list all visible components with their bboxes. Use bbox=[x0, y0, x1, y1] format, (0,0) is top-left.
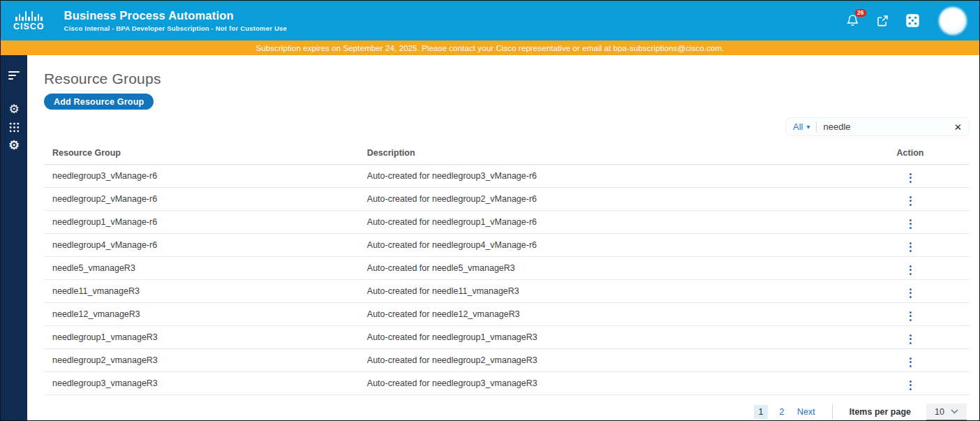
table-header-row: Resource Group Description Action bbox=[44, 142, 970, 165]
action-cell bbox=[851, 165, 970, 188]
row-actions-kebab-icon[interactable] bbox=[905, 286, 916, 300]
description-cell: Auto-created for needlegroup2_vManage-r6 bbox=[359, 188, 851, 211]
row-actions-kebab-icon[interactable] bbox=[905, 217, 916, 231]
table-row: needlegroup1_vManage-r6Auto-created for … bbox=[44, 211, 970, 234]
side-navigation: ⚙ ⚙ bbox=[1, 55, 27, 420]
description-cell: Auto-created for needle11_vmanageR3 bbox=[359, 280, 851, 303]
search-input[interactable] bbox=[823, 121, 949, 132]
table-row: needle11_vmanageR3Auto-created for needl… bbox=[44, 280, 970, 303]
action-cell bbox=[851, 349, 970, 372]
page-button-1[interactable]: 1 bbox=[754, 405, 768, 419]
grid-dots-icon bbox=[8, 121, 20, 133]
table-row: needle12_vmanageR3Auto-created for needl… bbox=[44, 303, 970, 326]
search-scope-value: All bbox=[793, 121, 803, 132]
items-per-page-select[interactable]: 10 bbox=[926, 404, 967, 420]
description-cell: Auto-created for needlegroup3_vManage-r6 bbox=[359, 165, 851, 188]
bpa-app-window: CISCO Business Process Automation Cisco … bbox=[0, 0, 980, 421]
action-cell bbox=[851, 326, 970, 349]
next-page-button[interactable]: Next bbox=[797, 407, 815, 417]
hamburger-menu-icon bbox=[8, 71, 20, 80]
table-row: needle5_vmanageR3Auto-created for needle… bbox=[44, 257, 970, 280]
table-row: needlegroup2_vmanageR3Auto-created for n… bbox=[44, 349, 970, 372]
action-cell bbox=[851, 257, 970, 280]
resource-group-name-cell: needlegroup4_vManage-r6 bbox=[44, 234, 359, 257]
row-actions-kebab-icon[interactable] bbox=[905, 263, 916, 277]
subscription-banner: Subscription expires on September 24, 20… bbox=[1, 40, 979, 55]
apps-launcher-button[interactable] bbox=[905, 13, 920, 29]
resource-group-name-cell: needle5_vmanageR3 bbox=[44, 257, 359, 280]
table-row: needlegroup4_vManage-r6Auto-created for … bbox=[44, 234, 970, 257]
row-actions-kebab-icon[interactable] bbox=[905, 332, 916, 346]
items-per-page-label: Items per page bbox=[849, 407, 911, 417]
app-title: Business Process Automation bbox=[64, 9, 287, 22]
external-link-icon bbox=[876, 14, 889, 27]
row-actions-kebab-icon[interactable] bbox=[905, 355, 916, 369]
row-actions-kebab-icon[interactable] bbox=[905, 171, 916, 185]
action-cell bbox=[851, 303, 970, 326]
description-cell: Auto-created for needlegroup3_vmanageR3 bbox=[359, 372, 851, 395]
pagination: 1 2 Next Items per page 10 bbox=[44, 404, 970, 420]
action-cell bbox=[851, 211, 970, 234]
search-scope-dropdown[interactable]: All ▾ bbox=[793, 121, 810, 132]
resource-group-name-cell: needlegroup2_vmanageR3 bbox=[44, 349, 359, 372]
description-cell: Auto-created for needlegroup2_vmanageR3 bbox=[359, 349, 851, 372]
row-actions-kebab-icon[interactable] bbox=[905, 309, 916, 323]
sidebar-item-apps[interactable] bbox=[1, 118, 27, 136]
row-actions-kebab-icon[interactable] bbox=[905, 378, 916, 392]
clear-search-icon[interactable]: ✕ bbox=[950, 121, 962, 133]
app-grid-icon bbox=[905, 13, 920, 28]
sidebar-item-automation[interactable]: ⚙ bbox=[1, 136, 27, 154]
description-cell: Auto-created for needlegroup1_vManage-r6 bbox=[359, 211, 851, 234]
description-cell: Auto-created for needle12_vmanageR3 bbox=[359, 303, 851, 326]
action-cell bbox=[851, 234, 970, 257]
description-cell: Auto-created for needle5_vmanageR3 bbox=[359, 257, 851, 280]
table-body: needlegroup3_vManage-r6Auto-created for … bbox=[44, 165, 970, 395]
subscription-banner-text: Subscription expires on September 24, 20… bbox=[255, 44, 724, 52]
table-row: needlegroup3_vManage-r6Auto-created for … bbox=[44, 165, 970, 188]
table-search-box: All ▾ ✕ bbox=[785, 117, 970, 136]
cisco-logo-bars-icon bbox=[15, 10, 43, 21]
description-cell: Auto-created for needlegroup4_vManage-r6 bbox=[359, 234, 851, 257]
items-per-page-value: 10 bbox=[935, 407, 944, 417]
action-cell bbox=[851, 280, 970, 303]
pagination-divider bbox=[832, 404, 833, 420]
add-resource-group-button[interactable]: Add Resource Group bbox=[44, 94, 154, 110]
app-header: CISCO Business Process Automation Cisco … bbox=[1, 1, 979, 40]
search-divider bbox=[816, 121, 817, 132]
nav-menu-toggle[interactable] bbox=[1, 66, 27, 84]
table-row: needlegroup3_vmanageR3Auto-created for n… bbox=[44, 372, 970, 395]
main-content: Resource Groups Add Resource Group All ▾… bbox=[27, 55, 979, 420]
notifications-button[interactable]: 26 bbox=[845, 13, 860, 29]
column-header-action: Action bbox=[851, 142, 970, 165]
column-header-description[interactable]: Description bbox=[359, 142, 851, 165]
page-button-2[interactable]: 2 bbox=[775, 405, 789, 419]
resource-group-name-cell: needle12_vmanageR3 bbox=[44, 303, 359, 326]
open-external-button[interactable] bbox=[875, 13, 890, 29]
row-actions-kebab-icon[interactable] bbox=[905, 194, 916, 208]
user-avatar[interactable] bbox=[939, 7, 967, 35]
chevron-down-icon bbox=[951, 409, 958, 414]
resource-group-name-cell: needlegroup3_vManage-r6 bbox=[44, 165, 359, 188]
app-subtitle: Cisco Internal - BPA Developer Subscript… bbox=[64, 24, 287, 32]
cisco-logo[interactable]: CISCO bbox=[13, 10, 45, 31]
table-row: needlegroup1_vmanageR3Auto-created for n… bbox=[44, 326, 970, 349]
cisco-logo-text: CISCO bbox=[13, 22, 45, 31]
row-actions-kebab-icon[interactable] bbox=[905, 240, 916, 254]
table-row: needlegroup2_vManage-r6Auto-created for … bbox=[44, 188, 970, 211]
resource-group-name-cell: needlegroup3_vmanageR3 bbox=[44, 372, 359, 395]
action-cell bbox=[851, 188, 970, 211]
automation-gear-icon: ⚙ bbox=[8, 139, 20, 152]
description-cell: Auto-created for needlegroup1_vmanageR3 bbox=[359, 326, 851, 349]
resource-group-name-cell: needle11_vmanageR3 bbox=[44, 280, 359, 303]
page-title: Resource Groups bbox=[44, 71, 970, 87]
caret-down-icon: ▾ bbox=[806, 123, 810, 131]
action-cell bbox=[851, 372, 970, 395]
gear-icon: ⚙ bbox=[8, 103, 19, 115]
resource-group-name-cell: needlegroup1_vmanageR3 bbox=[44, 326, 359, 349]
resource-groups-table: Resource Group Description Action needle… bbox=[44, 142, 970, 395]
sidebar-item-settings[interactable]: ⚙ bbox=[1, 100, 27, 118]
column-header-resource-group[interactable]: Resource Group bbox=[44, 142, 359, 165]
resource-group-name-cell: needlegroup1_vManage-r6 bbox=[44, 211, 359, 234]
notification-badge: 26 bbox=[855, 9, 866, 17]
resource-group-name-cell: needlegroup2_vManage-r6 bbox=[44, 188, 359, 211]
